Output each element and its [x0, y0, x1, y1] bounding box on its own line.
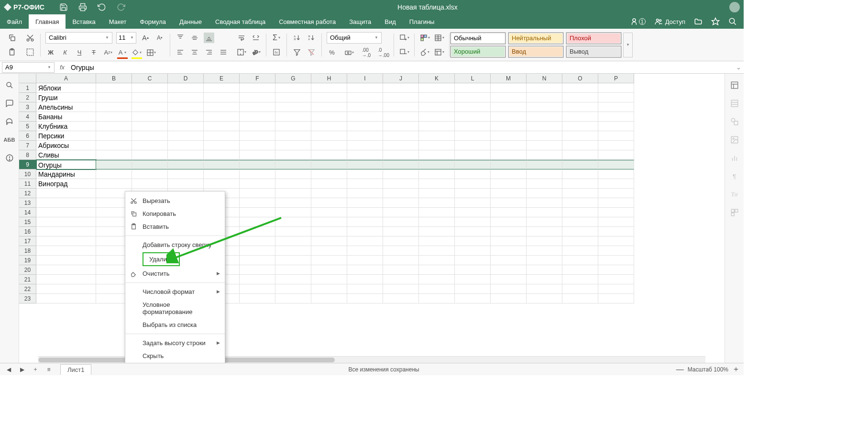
font-color-icon[interactable]: A▾ [117, 47, 128, 58]
cell-L9[interactable] [455, 160, 491, 169]
cell-G8[interactable] [275, 150, 311, 160]
cell-N1[interactable] [527, 83, 562, 93]
cell-O15[interactable] [562, 217, 598, 227]
cell-J3[interactable] [383, 102, 419, 112]
cell-M1[interactable] [491, 83, 527, 93]
cell-F3[interactable] [240, 102, 275, 112]
cell-D5[interactable] [168, 122, 204, 131]
cell-F17[interactable] [240, 236, 275, 246]
cell-I5[interactable] [347, 122, 383, 131]
underline-icon[interactable]: Ч [74, 47, 85, 58]
expand-formula-bar-icon[interactable]: ⌄ [733, 64, 744, 71]
row-header-21[interactable]: 21 [19, 275, 36, 284]
cell-D3[interactable] [168, 102, 204, 112]
cell-M9[interactable] [491, 160, 527, 169]
cell-settings-icon[interactable] [730, 80, 739, 90]
cell-L20[interactable] [455, 265, 491, 275]
cell-E7[interactable] [204, 141, 240, 150]
save-icon[interactable] [59, 3, 68, 11]
cell-N8[interactable] [527, 150, 562, 160]
cell-K8[interactable] [419, 150, 455, 160]
cell-L4[interactable] [455, 112, 491, 122]
cell-P12[interactable] [598, 189, 634, 198]
cell-I8[interactable] [347, 150, 383, 160]
cell-A4[interactable]: Бананы [36, 112, 96, 122]
cell-H17[interactable] [311, 236, 347, 246]
cell-C2[interactable] [132, 93, 168, 102]
cell-N14[interactable] [527, 208, 562, 217]
ctx-insert-row-above[interactable]: Добавить строку сверху [125, 238, 225, 251]
cell-M21[interactable] [491, 275, 527, 284]
cell-N16[interactable] [527, 227, 562, 236]
cell-F19[interactable] [240, 256, 275, 265]
cell-H13[interactable] [311, 198, 347, 208]
cell-G21[interactable] [275, 275, 311, 284]
style-Нейтральный[interactable]: Нейтральный [508, 33, 563, 44]
cell-P9[interactable] [598, 160, 634, 169]
cell-D9[interactable] [168, 160, 204, 169]
cell-M14[interactable] [491, 208, 527, 217]
cell-F21[interactable] [240, 275, 275, 284]
ctx-copy[interactable]: Копировать [125, 207, 225, 220]
cell-N7[interactable] [527, 141, 562, 150]
cell-H7[interactable] [311, 141, 347, 150]
cell-N12[interactable] [527, 189, 562, 198]
decrease-decimal-icon[interactable]: .00→.0 [361, 47, 372, 58]
sheet-tab[interactable]: Лист1 [60, 364, 91, 375]
cell-I9[interactable] [347, 160, 383, 169]
cell-A8[interactable]: Сливы [36, 150, 96, 160]
cell-H20[interactable] [311, 265, 347, 275]
cell-C3[interactable] [132, 102, 168, 112]
format-table-icon[interactable]: ▾ [434, 33, 444, 43]
cell-I13[interactable] [347, 198, 383, 208]
paste-icon[interactable] [7, 47, 17, 57]
cell-H16[interactable] [311, 227, 347, 236]
select-all-icon[interactable] [25, 47, 35, 57]
row-header-8[interactable]: 8 [19, 150, 36, 160]
cell-G10[interactable] [275, 169, 311, 179]
ctx-delete[interactable]: Удалить [125, 251, 225, 267]
cell-J2[interactable] [383, 93, 419, 102]
cell-L15[interactable] [455, 217, 491, 227]
table-settings-icon[interactable] [730, 99, 739, 108]
cell-J16[interactable] [383, 227, 419, 236]
cell-G22[interactable] [275, 284, 311, 294]
cell-E10[interactable] [204, 169, 240, 179]
cell-I15[interactable] [347, 217, 383, 227]
cell-A3[interactable]: Апельсины [36, 102, 96, 112]
cell-M20[interactable] [491, 265, 527, 275]
cell-B9[interactable] [96, 160, 132, 169]
increase-font-icon[interactable]: A▴ [140, 33, 151, 43]
cell-A14[interactable] [36, 208, 96, 217]
cell-J22[interactable] [383, 284, 419, 294]
autosum-icon[interactable]: Σ▾ [271, 33, 282, 43]
shrink-fit-icon[interactable] [251, 33, 261, 43]
cell-K22[interactable] [419, 284, 455, 294]
increase-decimal-icon[interactable]: .0→.00 [378, 47, 389, 58]
cell-F1[interactable] [240, 83, 275, 93]
cell-K2[interactable] [419, 93, 455, 102]
cell-I6[interactable] [347, 131, 383, 141]
cell-H6[interactable] [311, 131, 347, 141]
cell-I21[interactable] [347, 275, 383, 284]
cell-K11[interactable] [419, 179, 455, 189]
undo-icon[interactable] [97, 3, 107, 11]
menu-tab-вид[interactable]: Вид [378, 14, 403, 29]
cell-O3[interactable] [562, 102, 598, 112]
row-header-18[interactable]: 18 [19, 246, 36, 256]
cell-G18[interactable] [275, 246, 311, 256]
cell-P22[interactable] [598, 284, 634, 294]
cell-I1[interactable] [347, 83, 383, 93]
print-icon[interactable] [78, 3, 88, 11]
col-header-F[interactable]: F [240, 74, 275, 83]
ctx-conditional-format[interactable]: Условное форматирование [125, 298, 225, 318]
cell-A10[interactable]: Мандарины [36, 169, 96, 179]
menu-tab-совместная работа[interactable]: Совместная работа [272, 14, 342, 29]
cell-M2[interactable] [491, 93, 527, 102]
cell-F18[interactable] [240, 246, 275, 256]
currency-icon[interactable]: ▾ [344, 47, 354, 58]
cell-P6[interactable] [598, 131, 634, 141]
cell-A20[interactable] [36, 265, 96, 275]
cell-K4[interactable] [419, 112, 455, 122]
ctx-pick-from-list[interactable]: Выбрать из списка [125, 318, 225, 331]
